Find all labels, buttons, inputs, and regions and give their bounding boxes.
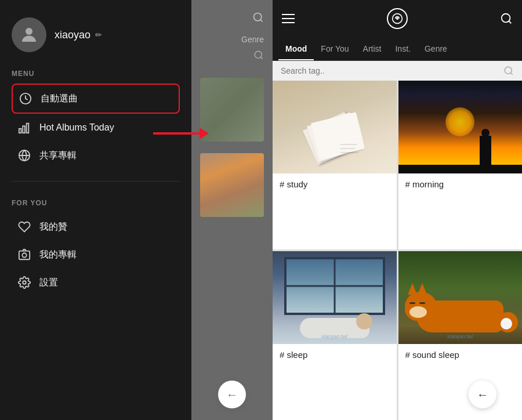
tag-search-icon	[503, 66, 514, 76]
morning-label: # morning	[398, 173, 523, 197]
watermark-sleep: xiaoyao.tw/	[321, 334, 347, 339]
sound-sleep-image: xiaoyao.tw/	[398, 251, 523, 344]
sidebar-item-auto-select[interactable]: 自動選曲	[12, 84, 180, 114]
morning-image	[398, 81, 523, 173]
tab-artist[interactable]: Artist	[356, 37, 389, 60]
sidebar: xiaoyao ✏ MENU 自動選曲 H	[0, 0, 191, 420]
fox-image	[200, 153, 264, 217]
sidebar-item-my-likes[interactable]: 我的贊	[12, 213, 180, 241]
my-likes-label: 我的贊	[39, 221, 67, 233]
arrow-indicator	[153, 128, 209, 139]
mood-card-study[interactable]: # study	[273, 81, 397, 249]
tab-mood[interactable]: Mood	[278, 37, 314, 60]
middle-search-icon	[252, 12, 264, 23]
middle-image-1	[200, 78, 264, 142]
study-image	[273, 81, 397, 173]
right-panel: Mood For You Artist Inst. Genre	[273, 0, 522, 420]
auto-select-label: 自動選曲	[41, 93, 78, 105]
mood-card-sound-sleep[interactable]: xiaoyao.tw/ # sound sleep	[398, 251, 523, 420]
svg-point-11	[255, 51, 262, 58]
watermark-sound-sleep: xiaoyao.tw/	[447, 334, 473, 339]
tabs-bar: Mood For You Artist Inst. Genre	[273, 37, 522, 61]
sound-sleep-label: # sound sleep	[398, 344, 523, 368]
menu-label: MENU	[12, 70, 180, 78]
svg-rect-2	[19, 129, 21, 133]
middle-genre-label: Genre	[191, 35, 273, 44]
for-you-label: FOR YOU	[12, 199, 180, 207]
middle-panel-wrapper: Genre ←	[191, 0, 273, 420]
middle-top-search	[191, 0, 273, 35]
for-you-section: FOR YOU 我的贊 我的專輯	[0, 187, 191, 302]
svg-point-7	[22, 253, 26, 257]
logo-badge	[387, 8, 408, 29]
svg-point-13	[397, 18, 398, 20]
right-back-button[interactable]: ←	[469, 381, 496, 408]
hamburger-line-3	[282, 22, 295, 23]
hamburger-line-2	[282, 18, 295, 19]
right-panel-wrapper: Mood For You Artist Inst. Genre	[273, 0, 522, 420]
tag-search-bar	[273, 61, 522, 81]
settings-icon	[17, 276, 31, 289]
app-logo	[387, 8, 408, 29]
sidebar-item-shared-albums[interactable]: 共享專輯	[12, 142, 180, 169]
shared-albums-icon	[17, 149, 31, 162]
shared-albums-label: 共享專輯	[39, 150, 77, 162]
username-row: xiaoyao ✏	[55, 29, 102, 41]
svg-line-10	[260, 20, 263, 22]
arrow-head	[200, 128, 209, 139]
username-text: xiaoyao	[55, 29, 90, 41]
user-avatar-icon	[19, 24, 39, 45]
study-label: # study	[273, 173, 397, 197]
mood-card-sleep[interactable]: xiaoyao.tw/ # sleep	[273, 251, 397, 420]
sidebar-item-settings[interactable]: 設置	[12, 269, 180, 296]
tab-genre[interactable]: Genre	[418, 37, 454, 60]
mood-card-morning[interactable]: # morning	[398, 81, 523, 249]
svg-line-17	[510, 73, 512, 74]
menu-section: MENU 自動選曲 Hot Albums Today	[0, 64, 191, 175]
svg-point-16	[505, 67, 512, 74]
tag-search-input[interactable]	[281, 66, 499, 75]
camera-icon	[17, 248, 31, 262]
tab-for-you[interactable]: For You	[314, 37, 356, 60]
middle-search-bar-icon	[253, 50, 264, 60]
right-search-icon[interactable]	[500, 12, 513, 25]
heart-icon	[17, 220, 31, 234]
svg-rect-4	[27, 124, 29, 133]
my-albums-label: 我的專輯	[39, 249, 77, 261]
svg-point-9	[254, 13, 262, 21]
svg-point-0	[26, 28, 32, 35]
right-header	[273, 0, 522, 37]
sidebar-item-my-albums[interactable]: 我的專輯	[12, 241, 180, 269]
hamburger-menu[interactable]	[282, 14, 295, 23]
svg-line-15	[509, 21, 511, 23]
hamburger-line-1	[282, 14, 295, 15]
profile-section: xiaoyao ✏	[0, 0, 191, 64]
hot-albums-label: Hot Albums Today	[39, 122, 114, 133]
sleep-label: # sleep	[273, 344, 397, 368]
mood-grid: # study # morning	[273, 81, 522, 420]
svg-point-8	[23, 281, 26, 284]
auto-select-icon	[19, 92, 32, 106]
middle-search-bar	[191, 44, 273, 66]
svg-rect-3	[23, 126, 25, 133]
arrow-body	[153, 132, 200, 135]
edit-icon[interactable]: ✏	[95, 30, 102, 39]
svg-line-12	[260, 57, 262, 59]
avatar	[12, 17, 46, 52]
middle-back-button[interactable]: ←	[218, 381, 246, 408]
svg-rect-6	[19, 251, 30, 260]
tab-inst[interactable]: Inst.	[388, 37, 417, 60]
hot-albums-icon	[17, 121, 31, 135]
middle-panel: Genre ←	[191, 0, 273, 420]
sleep-image: xiaoyao.tw/	[273, 251, 397, 344]
svg-point-14	[502, 14, 510, 23]
divider-1	[12, 181, 180, 182]
logo-icon	[392, 13, 403, 24]
middle-image-2	[200, 153, 264, 217]
settings-label: 設置	[39, 277, 58, 289]
